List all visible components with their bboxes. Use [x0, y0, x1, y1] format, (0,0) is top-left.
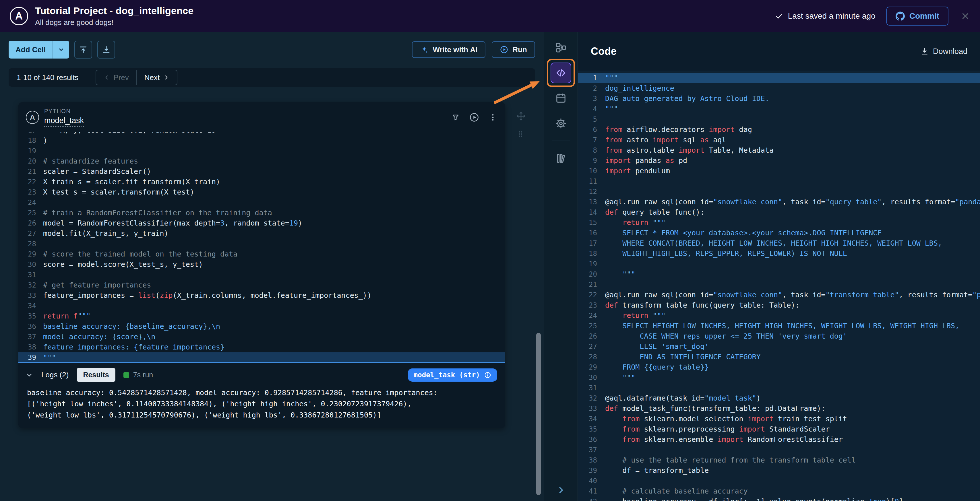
code-line[interactable]: 12: [578, 186, 980, 197]
code-line[interactable]: 17 WHERE CONCAT(BREED, HEIGHT_LOW_INCHES…: [578, 238, 980, 248]
code-line[interactable]: 9import pandas as pd: [578, 156, 980, 166]
code-line[interactable]: 33feature_importances = list(zip(X_train…: [18, 290, 505, 301]
code-line[interactable]: 25# train a RandomForestClassifier on th…: [18, 208, 505, 218]
code-line[interactable]: 19: [18, 146, 505, 156]
code-line[interactable]: 5: [578, 114, 980, 124]
line-number: 23: [578, 300, 597, 310]
code-line[interactable]: 31: [578, 383, 980, 393]
code-line[interactable]: 23X_test_s = scaler.transform(X_test): [18, 187, 505, 197]
code-line[interactable]: 36 from sklearn.ensemble import RandomFo…: [578, 434, 980, 445]
code-line[interactable]: 1""": [578, 73, 980, 83]
code-line[interactable]: 27model.fit(X_train_s, y_train): [18, 228, 505, 239]
code-line[interactable]: 32# get feature importances: [18, 280, 505, 290]
add-cell-label[interactable]: Add Cell: [9, 41, 52, 59]
code-icon[interactable]: [550, 62, 571, 83]
code-line[interactable]: 15 return """: [578, 218, 980, 228]
close-icon[interactable]: [961, 11, 970, 21]
cell-menu-kebab-icon[interactable]: [488, 113, 497, 122]
chevron-down-icon[interactable]: [53, 41, 69, 59]
code-line[interactable]: 25 SELECT HEIGHT_LOW_INCHES, HEIGHT_HIGH…: [578, 321, 980, 331]
code-line[interactable]: 39""": [18, 352, 505, 363]
code-line[interactable]: 32@aql.dataframe(task_id="model_task"): [578, 393, 980, 404]
code-line[interactable]: 38feature importances: {feature_importan…: [18, 342, 505, 352]
code-line[interactable]: 3DAG auto-generated by Astro Cloud IDE.: [578, 94, 980, 104]
dag-graph-icon[interactable]: [550, 37, 571, 58]
code-line[interactable]: 35 from sklearn.preprocessing import Sta…: [578, 424, 980, 434]
code-line[interactable]: 21scaler = StandardScaler(): [18, 166, 505, 177]
code-line[interactable]: 37: [578, 445, 980, 455]
code-line[interactable]: 26model = RandomForestClassifier(max_dep…: [18, 218, 505, 228]
code-line[interactable]: 39 df = transform_table: [578, 465, 980, 476]
code-line[interactable]: 17 X, y, test_size=0.2, random_state=19: [18, 132, 505, 135]
code-line[interactable]: 24 return """: [578, 310, 980, 321]
filter-icon[interactable]: [451, 113, 460, 122]
insert-cell-above-button[interactable]: [74, 41, 92, 59]
collapse-panel-chevron-icon[interactable]: [556, 485, 566, 495]
dag-code-editor[interactable]: 1"""2dog_intelligence3DAG auto-generated…: [578, 71, 980, 501]
code-line[interactable]: 2dog_intelligence: [578, 83, 980, 94]
code-line[interactable]: 33def model_task_func(transform_table: p…: [578, 404, 980, 414]
chevron-down-icon[interactable]: [25, 371, 33, 379]
commit-button[interactable]: Commit: [886, 6, 948, 25]
code-line[interactable]: 23def transform_table_func(query_table: …: [578, 300, 980, 310]
code-line[interactable]: 18): [18, 135, 505, 146]
insert-cell-below-button[interactable]: [97, 41, 115, 59]
code-line[interactable]: 4""": [578, 104, 980, 114]
code-line[interactable]: 27 ELSE 'smart_dog': [578, 342, 980, 352]
write-with-ai-button[interactable]: Write with AI: [412, 41, 485, 58]
library-icon[interactable]: [550, 148, 571, 169]
cell-name[interactable]: model_task: [44, 116, 84, 127]
code-line[interactable]: 24: [18, 197, 505, 208]
code-line[interactable]: 13@aql.run_raw_sql(conn_id="snowflake_co…: [578, 197, 980, 207]
drag-grid-icon[interactable]: [516, 130, 526, 138]
code-line[interactable]: 10import pendulum: [578, 166, 980, 176]
code-line[interactable]: 38 # use the table returned from the tra…: [578, 455, 980, 465]
code-line[interactable]: 26 CASE WHEN reps_upper <= 25 THEN 'very…: [578, 331, 980, 342]
prev-page-button[interactable]: Prev: [96, 70, 136, 85]
run-cell-icon[interactable]: [469, 112, 479, 122]
run-button[interactable]: Run: [492, 41, 535, 58]
line-number: 37: [18, 332, 36, 342]
code-line[interactable]: 16 SELECT * FROM <your database>.<your_s…: [578, 228, 980, 238]
move-cell-icon[interactable]: [516, 111, 526, 121]
code-line[interactable]: 19: [578, 259, 980, 269]
download-button[interactable]: Download: [920, 47, 967, 56]
code-line[interactable]: 31: [18, 270, 505, 280]
code-line[interactable]: 20 """: [578, 269, 980, 280]
code-line[interactable]: 22X_train_s = scaler.fit_transform(X_tra…: [18, 177, 505, 187]
code-line[interactable]: 42 baseline_accuracy = df.iloc[:,-1].val…: [578, 496, 980, 501]
code-line[interactable]: 21: [578, 280, 980, 290]
code-line[interactable]: 28 END AS INTELLIGENCE_CATEGORY: [578, 352, 980, 362]
code-line[interactable]: 37model accuracy: {score},\n: [18, 332, 505, 342]
next-page-button[interactable]: Next: [136, 70, 177, 85]
line-number: 35: [18, 311, 36, 321]
code-line[interactable]: 34: [18, 301, 505, 311]
code-line[interactable]: 20# standardize features: [18, 156, 505, 166]
code-line[interactable]: 29# score the trained model on the testi…: [18, 249, 505, 259]
settings-gear-icon[interactable]: [550, 113, 571, 134]
code-line[interactable]: 30 """: [578, 372, 980, 383]
code-line[interactable]: 14def query_table_func():: [578, 207, 980, 218]
code-line[interactable]: 41 # calculate baseline accuracy: [578, 486, 980, 496]
code-line[interactable]: 28: [18, 239, 505, 249]
code-line[interactable]: 36baseline accuracy: {baseline_accuracy}…: [18, 321, 505, 332]
code-line[interactable]: 6from airflow.decorators import dag: [578, 124, 980, 135]
output-type-badge[interactable]: model_task (str): [408, 369, 497, 382]
code-line[interactable]: 8from astro.table import Table, Metadata: [578, 145, 980, 156]
code-line[interactable]: 30score = model.score(X_test_s, y_test): [18, 259, 505, 270]
add-cell-button[interactable]: Add Cell: [9, 41, 69, 59]
code-line[interactable]: 11: [578, 176, 980, 186]
schedule-icon[interactable]: [550, 88, 571, 108]
results-tab[interactable]: Results: [76, 368, 115, 382]
line-number: 20: [18, 156, 36, 166]
logs-toggle[interactable]: Logs (2): [41, 371, 68, 379]
code-line[interactable]: 29 FROM {{query_table}}: [578, 362, 980, 372]
code-line[interactable]: 35return f""": [18, 311, 505, 321]
code-line[interactable]: 22@aql.run_raw_sql(conn_id="snowflake_co…: [578, 290, 980, 300]
cell-code-editor[interactable]: 17 X, y, test_size=0.2, random_state=191…: [18, 132, 505, 363]
code-line[interactable]: 34 from sklearn.model_selection import t…: [578, 414, 980, 424]
code-line[interactable]: 7from astro import sql as aql: [578, 135, 980, 145]
vertical-scrollbar-thumb[interactable]: [536, 333, 541, 495]
code-line[interactable]: 40: [578, 476, 980, 486]
code-line[interactable]: 18 WEIGHT_HIGH_LBS, REPS_UPPER, REPS_LOW…: [578, 248, 980, 259]
